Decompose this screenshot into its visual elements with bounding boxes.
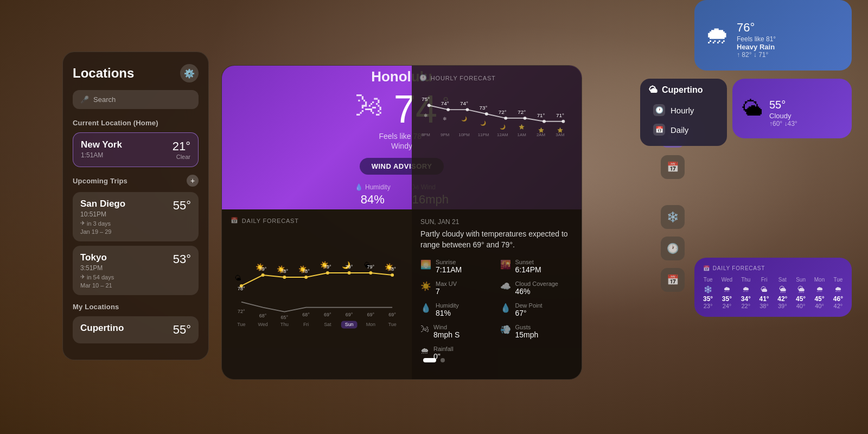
- cupertino-card[interactable]: Cupertino 55°: [73, 316, 199, 343]
- svg-text:78°: 78°: [281, 269, 289, 274]
- rain-temp: 76°: [737, 12, 776, 35]
- small-daily-icon-7: 🌨: [833, 285, 843, 293]
- small-daily-tue2: Tue 🌨 46° 42°: [833, 277, 843, 309]
- cupertino-menu-widget: 🌥 Cupertino 🕐 Hourly 📅 Daily: [640, 79, 727, 146]
- hourly-menu-icon: 🕐: [653, 104, 665, 116]
- wind-detail: 🌬 Wind 8mph S: [420, 324, 494, 339]
- hourly-time-3: 11PM: [478, 132, 489, 137]
- new-york-condition: Clear: [173, 154, 190, 160]
- hourly-temp-5: 72°: [518, 109, 526, 115]
- hourly-dot-2: [466, 108, 469, 111]
- dot-1[interactable]: [423, 358, 436, 362]
- sidebar-title: Locations: [73, 66, 134, 81]
- svg-text:Thu: Thu: [280, 322, 289, 327]
- daily-menu-item[interactable]: 📅 Daily: [649, 120, 718, 139]
- small-daily-icon-0: ❄️: [703, 285, 713, 293]
- hourly-forecast-header: 🕐 HOURLY FORECAST: [419, 74, 574, 81]
- hourly-dot-4: [504, 117, 507, 120]
- cloud-detail: ☁️ Cloud Coverage 46%: [500, 280, 573, 296]
- svg-text:🌙: 🌙: [480, 120, 487, 126]
- my-locations-label: My Locations: [73, 303, 199, 311]
- rain-range: ↑ 82° ↓ 71°: [737, 51, 776, 59]
- sunrise-icon: 🌅: [420, 259, 431, 270]
- hourly-dot-3: [485, 112, 488, 116]
- uv-icon: ☀️: [420, 281, 431, 291]
- svg-text:Tue: Tue: [237, 322, 245, 327]
- hourly-temp-2: 74°: [460, 100, 468, 106]
- svg-text:68°: 68°: [259, 313, 267, 318]
- humidity-detail-value: 81%: [436, 309, 459, 317]
- wind-icon-large: 🌬: [355, 90, 383, 122]
- svg-text:Sat: Sat: [324, 322, 331, 327]
- small-daily-icon-6: 🌨: [814, 285, 825, 293]
- svg-text:Sun: Sun: [345, 322, 354, 327]
- calendar-control-2[interactable]: 📅: [661, 268, 685, 292]
- cloud-value: 46%: [515, 287, 559, 296]
- san-diego-temp: 55°: [173, 199, 191, 213]
- sunrise-value: 7:11AM: [436, 265, 462, 274]
- small-daily-tue: Tue ❄️ 35° 23°: [703, 277, 713, 309]
- sidebar-header: Locations ⚙️: [73, 64, 199, 82]
- rain-arrow-up: ↑: [737, 51, 740, 59]
- svg-text:🌤: 🌤: [234, 274, 241, 282]
- tokyo-dates: Mar 10 – 21: [80, 282, 114, 289]
- search-bar[interactable]: 🎤 Search: [73, 90, 199, 109]
- humidity-icon: 💧: [355, 183, 363, 191]
- upcoming-trips-row: Upcoming Trips +: [73, 175, 199, 187]
- small-daily-sat: Sat 🌦 42° 39°: [777, 277, 787, 309]
- hourly-label: Hourly: [671, 106, 694, 115]
- san-diego-card[interactable]: San Diego 10:51PM ✈ in 3 days Jan 19 – 2…: [73, 192, 199, 241]
- tokyo-card[interactable]: Tokyo 3:51PM ✈ in 54 days Mar 10 – 21 53…: [73, 246, 199, 295]
- humidity-stat: 💧 Humidity 84%: [355, 183, 391, 207]
- hourly-dot-0: [427, 104, 431, 107]
- main-weather-panel: Honolulu 🌬 74 ° Feels like 78° Windy WIN…: [221, 65, 582, 380]
- gusts-detail: 💨 Gusts 15mph: [500, 324, 573, 339]
- clock-control-2[interactable]: 🕐: [661, 237, 685, 260]
- svg-point-13: [348, 271, 351, 275]
- new-york-temp: 21°: [173, 139, 190, 154]
- small-daily-mon: Mon 🌨 45° 40°: [814, 277, 825, 309]
- hourly-menu-item[interactable]: 🕐 Hourly: [649, 100, 718, 120]
- tokyo-trip-info: ✈ in 54 days: [80, 273, 114, 280]
- day-detail-panel: SUN, JAN 21 Partly cloudy with temperatu…: [412, 209, 582, 379]
- settings-button[interactable]: ⚙️: [180, 64, 199, 82]
- calendar-control[interactable]: 📅: [661, 155, 685, 179]
- sunset-detail: 🌇 Sunset 6:14PM: [500, 259, 573, 274]
- dot-2[interactable]: [441, 358, 445, 362]
- svg-text:79°: 79°: [367, 264, 375, 270]
- svg-text:🌙: 🌙: [461, 116, 468, 122]
- svg-text:65°: 65°: [281, 315, 289, 320]
- daily-chart-svg: 🌤 ☀️ ☀️ ☀️ ☀️ 🌙 🌥 ☀️ 78° 79° 78° 78° 79°…: [231, 232, 403, 318]
- new-york-card[interactable]: New York 1:51AM 21° Clear: [73, 132, 199, 167]
- svg-point-15: [391, 273, 394, 277]
- dew-value: 67°: [515, 309, 542, 317]
- snowflake-control-2[interactable]: ❄️: [661, 205, 685, 229]
- cupertino-temp-display: 55°: [769, 90, 797, 112]
- small-daily-header: 📅 DAILY FORECAST: [703, 265, 843, 271]
- rain-condition: Heavy Rain: [737, 43, 776, 51]
- locations-sidebar: Locations ⚙️ 🎤 Search Current Location (…: [62, 52, 209, 360]
- svg-point-9: [261, 273, 265, 277]
- hourly-chart-svg: 75° 74° 74° 73° 72° 72° 71° 71° ❄ ❄ 🌙 🌙 …: [419, 89, 574, 138]
- add-trip-button[interactable]: +: [187, 175, 199, 187]
- tokyo-temp: 53°: [173, 252, 191, 266]
- cupertino-menu-header: 🌥 Cupertino: [649, 85, 718, 95]
- small-daily-sun: Sun 🌦 45° 40°: [796, 277, 806, 309]
- upcoming-trips-label: Upcoming Trips: [73, 177, 127, 185]
- svg-text:69°: 69°: [346, 312, 353, 317]
- new-york-name: New York: [81, 139, 122, 150]
- svg-text:68°: 68°: [302, 312, 310, 317]
- small-daily-icon-1: 🌨: [722, 285, 732, 293]
- svg-text:❄: ❄: [443, 116, 447, 122]
- rain-widget-icon: 🌧: [705, 22, 729, 49]
- cloud-icon: ☁️: [500, 281, 511, 291]
- svg-text:🌙: 🌙: [500, 124, 506, 131]
- hourly-time-5: 1AM: [518, 132, 526, 137]
- san-diego-trip-info: ✈ in 3 days: [80, 220, 125, 227]
- rain-widget[interactable]: 🌧 76° Feels like 81° Heavy Rain ↑ 82° ↓ …: [694, 0, 852, 71]
- hourly-dot-1: [446, 108, 450, 111]
- condition-text: Windy: [391, 142, 412, 150]
- daily-forecast-header: 📅 DAILY FORECAST: [231, 217, 403, 224]
- cupertino-weather-widget[interactable]: 🌥 55° Cloudy ↑60° ↓43°: [732, 79, 852, 138]
- small-daily-widget: 📅 DAILY FORECAST Tue ❄️ 35° 23° Wed 🌨 35…: [694, 258, 852, 317]
